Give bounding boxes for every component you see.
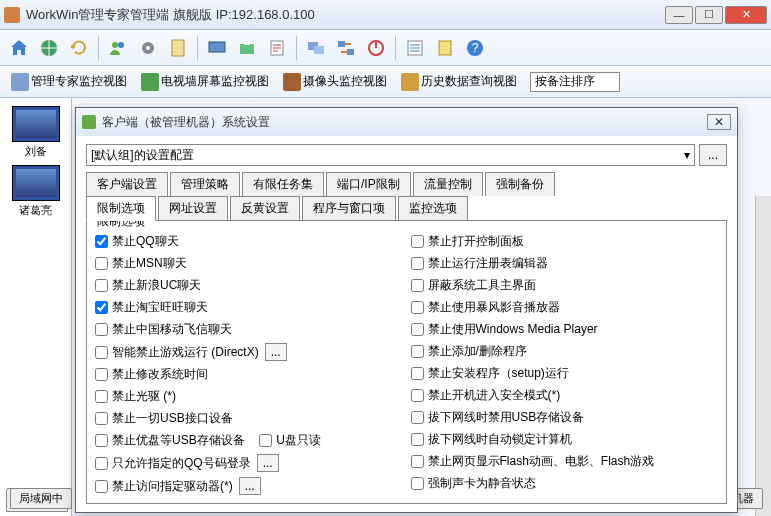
chk-label: 智能禁止游戏运行 (DirectX)	[112, 344, 259, 361]
view-history-button[interactable]: 历史数据查询视图	[396, 70, 522, 94]
windows-icon[interactable]	[303, 35, 329, 61]
tab-restrict[interactable]: 限制选项	[86, 196, 156, 221]
config-more-button[interactable]: ...	[699, 144, 727, 166]
gear-icon[interactable]	[135, 35, 161, 61]
more-button[interactable]: ...	[257, 454, 279, 472]
chk-uc[interactable]: 禁止新浪UC聊天	[95, 277, 403, 294]
tabs-row-2: 限制选项 网址设置 反黄设置 程序与窗口项 监控选项	[86, 196, 727, 221]
list-icon[interactable]	[402, 35, 428, 61]
chk-label: 禁止QQ聊天	[112, 233, 179, 250]
checkbox[interactable]	[95, 323, 108, 336]
dialog-close-button[interactable]: ✕	[707, 114, 731, 130]
minimize-button[interactable]: —	[665, 6, 693, 24]
chk-unplug-usb[interactable]: 拔下网线时禁用USB存储设备	[411, 409, 719, 426]
chk-fetion[interactable]: 禁止中国移动飞信聊天	[95, 321, 403, 338]
more-button[interactable]: ...	[239, 477, 261, 495]
checkbox[interactable]	[95, 457, 108, 470]
chk-baofeng[interactable]: 禁止使用暴风影音播放器	[411, 299, 719, 316]
checkbox[interactable]	[411, 323, 424, 336]
chk-safemode[interactable]: 禁止开机进入安全模式(*)	[411, 387, 719, 404]
chk-label: 拔下网线时禁用USB存储设备	[428, 409, 585, 426]
checkbox[interactable]	[411, 257, 424, 270]
maximize-button[interactable]: ☐	[695, 6, 723, 24]
checkbox[interactable]	[411, 301, 424, 314]
chk-wangwang[interactable]: 禁止淘宝旺旺聊天	[95, 299, 403, 316]
checkbox[interactable]	[95, 368, 108, 381]
checkbox[interactable]	[95, 235, 108, 248]
help-icon[interactable]: ?	[462, 35, 488, 61]
notes-icon[interactable]	[432, 35, 458, 61]
chk-systools[interactable]: 屏蔽系统工具主界面	[411, 277, 719, 294]
tab-tasks[interactable]: 有限任务集	[242, 172, 324, 196]
chk-time[interactable]: 禁止修改系统时间	[95, 366, 403, 383]
chk-msn[interactable]: 禁止MSN聊天	[95, 255, 403, 272]
view-camera-button[interactable]: 摄像头监控视图	[278, 70, 392, 94]
power-icon[interactable]	[363, 35, 389, 61]
tab-antiporn[interactable]: 反黄设置	[230, 196, 300, 221]
users-icon[interactable]	[105, 35, 131, 61]
checkbox[interactable]	[411, 455, 424, 468]
checkbox[interactable]	[411, 433, 424, 446]
chk-ctrlpanel[interactable]: 禁止打开控制面板	[411, 233, 719, 250]
checkbox[interactable]	[95, 346, 108, 359]
checkbox[interactable]	[95, 480, 108, 493]
checkbox[interactable]	[411, 411, 424, 424]
view-toolbar: 管理专家监控视图 电视墙屏幕监控视图 摄像头监控视图 历史数据查询视图 按备注排…	[0, 66, 771, 98]
home-icon[interactable]	[6, 35, 32, 61]
checkbox[interactable]	[95, 301, 108, 314]
chk-usb-storage[interactable]: 禁止优盘等USB存储设备 U盘只读	[95, 432, 403, 449]
config-group-select[interactable]: [默认组]的设置配置 ▾	[86, 144, 695, 166]
checkbox[interactable]	[95, 412, 108, 425]
chk-mute[interactable]: 强制声卡为静音状态	[411, 475, 719, 492]
checkbox[interactable]	[411, 345, 424, 358]
tab-port-ip[interactable]: 端口/IP限制	[326, 172, 411, 196]
checkbox[interactable]	[411, 477, 424, 490]
chk-games[interactable]: 智能禁止游戏运行 (DirectX)...	[95, 343, 403, 361]
transfer-icon[interactable]	[333, 35, 359, 61]
tab-backup[interactable]: 强制备份	[485, 172, 555, 196]
view-admin-button[interactable]: 管理专家监控视图	[6, 70, 132, 94]
chk-addremove[interactable]: 禁止添加/删除程序	[411, 343, 719, 360]
checkbox[interactable]	[411, 235, 424, 248]
tab-client-settings[interactable]: 客户端设置	[86, 172, 168, 196]
checkbox[interactable]	[95, 434, 108, 447]
more-button[interactable]: ...	[265, 343, 287, 361]
chk-usb-all[interactable]: 禁止一切USB接口设备	[95, 410, 403, 427]
tab-policy[interactable]: 管理策略	[170, 172, 240, 196]
left-column: 禁止QQ聊天 禁止MSN聊天 禁止新浪UC聊天 禁止淘宝旺旺聊天 禁止中国移动飞…	[95, 233, 403, 495]
tab-traffic[interactable]: 流量控制	[413, 172, 483, 196]
chk-qq[interactable]: 禁止QQ聊天	[95, 233, 403, 250]
chk-unplug-lock[interactable]: 拔下网线时自动锁定计算机	[411, 431, 719, 448]
camera-icon	[283, 73, 301, 91]
checkbox[interactable]	[411, 367, 424, 380]
checkbox[interactable]	[95, 390, 108, 403]
chk-flash[interactable]: 禁止网页显示Flash动画、电影、Flash游戏	[411, 453, 719, 470]
refresh-icon[interactable]	[66, 35, 92, 61]
chk-setup[interactable]: 禁止安装程序（setup)运行	[411, 365, 719, 382]
tab-url[interactable]: 网址设置	[158, 196, 228, 221]
checkbox[interactable]	[95, 257, 108, 270]
checkbox[interactable]	[411, 389, 424, 402]
view-wall-button[interactable]: 电视墙屏幕监控视图	[136, 70, 274, 94]
chk-wmp[interactable]: 禁止使用Windows Media Player	[411, 321, 719, 338]
tab-programs[interactable]: 程序与窗口项	[302, 196, 396, 221]
client-thumb[interactable]: 刘备	[4, 106, 67, 159]
tab-lan[interactable]: 局域网中	[10, 488, 72, 509]
chk-drive[interactable]: 禁止访问指定驱动器(*)...	[95, 477, 403, 495]
chk-cdrom[interactable]: 禁止光驱 (*)	[95, 388, 403, 405]
globe-icon[interactable]	[36, 35, 62, 61]
chk-regedit[interactable]: 禁止运行注册表编辑器	[411, 255, 719, 272]
checkbox[interactable]	[259, 434, 272, 447]
screen-icon[interactable]	[204, 35, 230, 61]
chk-qq-allow[interactable]: 只允许指定的QQ号码登录...	[95, 454, 403, 472]
close-button[interactable]: ✕	[725, 6, 767, 24]
checkbox[interactable]	[95, 279, 108, 292]
report-icon[interactable]	[264, 35, 290, 61]
client-thumb[interactable]: 诸葛亮	[4, 165, 67, 218]
sort-select[interactable]: 按备注排序	[530, 72, 620, 92]
scrollbar[interactable]	[755, 196, 771, 516]
checkbox[interactable]	[411, 279, 424, 292]
tab-monitor-opts[interactable]: 监控选项	[398, 196, 468, 221]
document-icon[interactable]	[165, 35, 191, 61]
export-icon[interactable]	[234, 35, 260, 61]
